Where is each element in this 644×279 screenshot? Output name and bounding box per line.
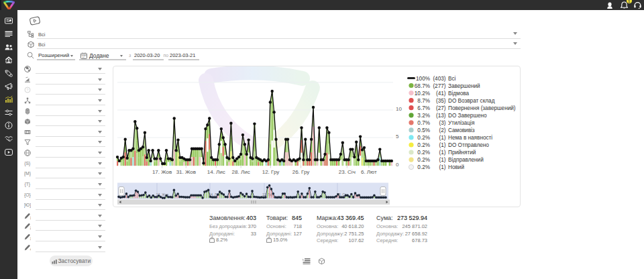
svg-text:(41): (41)	[436, 91, 446, 97]
svg-text:10: 10	[396, 106, 402, 112]
svg-text:(1): (1)	[439, 164, 445, 170]
svg-text:Утилізація: Утилізація	[448, 120, 474, 126]
svg-text:12. Гру: 12. Гру	[262, 169, 280, 175]
svg-text:(1): (1)	[439, 157, 445, 163]
svg-text:(1): (1)	[439, 142, 445, 148]
svg-text:(2): (2)	[439, 127, 445, 133]
svg-text:0.2%: 0.2%	[417, 150, 430, 156]
svg-text:1: 1	[30, 217, 31, 219]
svg-text:Самовивіз: Самовивіз	[448, 127, 475, 133]
svg-text:(3): (3)	[439, 120, 445, 126]
svg-text:31. Жов: 31. Жов	[176, 169, 196, 175]
svg-text:6. Лют: 6. Лют	[361, 169, 377, 175]
svg-text:17. Жов: 17. Жов	[152, 169, 172, 175]
svg-text:?: ?	[26, 88, 29, 92]
svg-text:DO Завершено: DO Завершено	[448, 113, 487, 119]
svg-text:Новий: Новий	[448, 164, 464, 170]
svg-text:0.2%: 0.2%	[417, 142, 430, 148]
svg-text:Завершений: Завершений	[448, 83, 480, 89]
svg-text:Повернення (завершений): Повернення (завершений)	[448, 105, 516, 111]
svg-text:{M}: {M}	[24, 171, 31, 176]
svg-text:0.2%: 0.2%	[417, 164, 430, 170]
svg-text:Всі: Всі	[448, 76, 456, 82]
svg-text:0.5%: 0.5%	[417, 127, 430, 133]
svg-text:0.2%: 0.2%	[417, 135, 430, 141]
svg-text:Відправлений: Відправлений	[448, 157, 484, 163]
svg-text:(1): (1)	[439, 150, 445, 156]
svg-text:2: 2	[30, 227, 31, 229]
svg-text:10.2%: 10.2%	[415, 91, 430, 97]
svg-text:{S}: {S}	[24, 161, 31, 166]
svg-text:(403): (403)	[433, 76, 445, 82]
svg-text:4: 4	[30, 248, 31, 251]
svg-text:(277): (277)	[433, 83, 445, 89]
svg-text:(13): (13)	[436, 113, 446, 119]
svg-text:26. Гру: 26. Гру	[292, 169, 310, 175]
svg-text:3.2%: 3.2%	[417, 113, 430, 119]
svg-text:(1): (1)	[439, 135, 445, 141]
svg-text:3: 3	[30, 237, 31, 240]
svg-text:DO Отправлено: DO Отправлено	[448, 142, 489, 148]
svg-text:Відмова: Відмова	[448, 91, 469, 97]
svg-text:8.7%: 8.7%	[417, 98, 430, 104]
svg-text:0.7%: 0.7%	[417, 120, 430, 126]
svg-text:0.2%: 0.2%	[417, 157, 430, 163]
svg-text:(27): (27)	[436, 105, 446, 111]
svg-text:{O}: {O}	[24, 192, 31, 198]
svg-text:68.7%: 68.7%	[415, 83, 430, 89]
svg-text:17: 17	[82, 55, 86, 58]
svg-text:14. Лис: 14. Лис	[207, 169, 225, 175]
svg-text:Нема в наявності: Нема в наявності	[448, 135, 492, 141]
svg-text:28. Лис: 28. Лис	[232, 169, 250, 175]
svg-text:23. Січ: 23. Січ	[339, 169, 356, 175]
svg-text:5: 5	[396, 133, 399, 140]
svg-text:Прийнятий: Прийнятий	[448, 150, 476, 156]
svg-text:0: 0	[396, 162, 399, 168]
svg-text:(35): (35)	[436, 98, 446, 104]
svg-text:100%: 100%	[416, 76, 430, 82]
svg-text:{Ю}: {Ю}	[24, 203, 31, 208]
svg-text:{T}: {T}	[24, 182, 30, 187]
svg-text:6.7%: 6.7%	[417, 105, 430, 111]
svg-text:DO Возврат склад: DO Возврат склад	[448, 98, 495, 104]
